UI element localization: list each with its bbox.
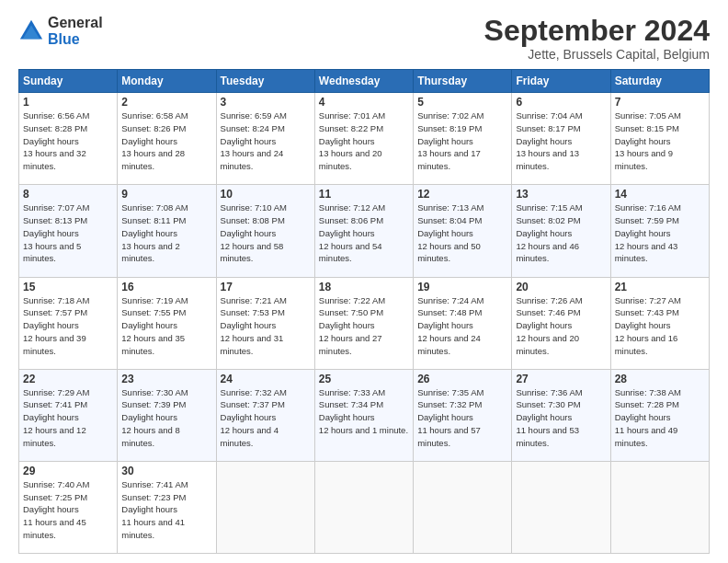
day-number: 6 bbox=[516, 96, 606, 109]
day-info: Sunrise: 7:32 AM Sunset: 7:37 PM Dayligh… bbox=[221, 386, 311, 450]
daylight-duration: 13 hours and 2 minutes. bbox=[121, 241, 179, 264]
sunset-label: Sunset: 7:53 PM bbox=[221, 307, 285, 317]
day-number: 3 bbox=[221, 96, 311, 109]
daylight-label: Daylight hours bbox=[121, 136, 177, 146]
calendar-cell: 24 Sunrise: 7:32 AM Sunset: 7:37 PM Dayl… bbox=[216, 369, 314, 461]
sunset-label: Sunset: 7:32 PM bbox=[417, 399, 482, 409]
day-info: Sunrise: 7:05 AM Sunset: 8:15 PM Dayligh… bbox=[615, 109, 705, 173]
sunrise-label: Sunrise: 7:40 AM bbox=[23, 479, 89, 489]
calendar-body: 1 Sunrise: 6:56 AM Sunset: 8:28 PM Dayli… bbox=[19, 93, 710, 554]
day-info: Sunrise: 7:18 AM Sunset: 7:57 PM Dayligh… bbox=[23, 294, 113, 358]
calendar-cell: 21 Sunrise: 7:27 AM Sunset: 7:43 PM Dayl… bbox=[610, 277, 709, 369]
day-info: Sunrise: 7:29 AM Sunset: 7:41 PM Dayligh… bbox=[23, 386, 113, 450]
day-number: 21 bbox=[615, 281, 705, 293]
day-info: Sunrise: 7:33 AM Sunset: 7:34 PM Dayligh… bbox=[319, 386, 409, 437]
daylight-duration: 12 hours and 39 minutes. bbox=[23, 333, 86, 356]
daylight-label: Daylight hours bbox=[615, 228, 671, 238]
page-header: General Blue September 2024 Jette, Bruss… bbox=[18, 15, 710, 62]
day-info: Sunrise: 7:08 AM Sunset: 8:11 PM Dayligh… bbox=[121, 201, 211, 265]
sunrise-label: Sunrise: 7:29 AM bbox=[23, 387, 89, 397]
daylight-label: Daylight hours bbox=[319, 412, 375, 422]
sunrise-label: Sunrise: 7:10 AM bbox=[221, 202, 287, 213]
day-info: Sunrise: 6:56 AM Sunset: 8:28 PM Dayligh… bbox=[23, 109, 113, 173]
calendar-cell: 3 Sunrise: 6:59 AM Sunset: 8:24 PM Dayli… bbox=[216, 93, 314, 185]
calendar-cell: 23 Sunrise: 7:30 AM Sunset: 7:39 PM Dayl… bbox=[118, 369, 216, 461]
daylight-duration: 12 hours and 27 minutes. bbox=[319, 333, 382, 356]
header-cell-monday: Monday bbox=[118, 70, 216, 93]
sunrise-label: Sunrise: 7:01 AM bbox=[319, 110, 385, 121]
calendar-cell: 1 Sunrise: 6:56 AM Sunset: 8:28 PM Dayli… bbox=[19, 93, 118, 185]
daylight-duration: 13 hours and 20 minutes. bbox=[319, 148, 382, 171]
sunset-label: Sunset: 8:15 PM bbox=[615, 123, 679, 133]
daylight-duration: 12 hours and 1 minute. bbox=[319, 425, 408, 435]
calendar-cell: 8 Sunrise: 7:07 AM Sunset: 8:13 PM Dayli… bbox=[19, 185, 118, 277]
sunset-label: Sunset: 7:59 PM bbox=[615, 215, 679, 225]
day-number: 7 bbox=[615, 96, 705, 109]
sunrise-label: Sunrise: 7:05 AM bbox=[615, 110, 681, 121]
header-cell-friday: Friday bbox=[512, 70, 610, 93]
day-number: 10 bbox=[221, 188, 311, 201]
calendar-cell: 10 Sunrise: 7:10 AM Sunset: 8:08 PM Dayl… bbox=[216, 185, 314, 277]
daylight-duration: 13 hours and 32 minutes. bbox=[23, 148, 86, 171]
daylight-label: Daylight hours bbox=[417, 412, 473, 422]
calendar-cell: 16 Sunrise: 7:19 AM Sunset: 7:55 PM Dayl… bbox=[118, 277, 216, 369]
daylight-label: Daylight hours bbox=[23, 136, 79, 146]
sunrise-label: Sunrise: 7:08 AM bbox=[121, 202, 188, 213]
day-info: Sunrise: 7:35 AM Sunset: 7:32 PM Dayligh… bbox=[417, 386, 507, 450]
sunset-label: Sunset: 7:57 PM bbox=[23, 307, 87, 317]
daylight-label: Daylight hours bbox=[615, 136, 671, 146]
sunrise-label: Sunrise: 6:59 AM bbox=[221, 110, 287, 121]
calendar-cell: 29 Sunrise: 7:40 AM Sunset: 7:25 PM Dayl… bbox=[19, 461, 118, 553]
sunrise-label: Sunrise: 7:36 AM bbox=[516, 387, 582, 397]
sunset-label: Sunset: 7:28 PM bbox=[615, 399, 679, 409]
daylight-label: Daylight hours bbox=[417, 320, 473, 330]
daylight-label: Daylight hours bbox=[23, 412, 79, 422]
day-number: 8 bbox=[23, 188, 113, 201]
daylight-label: Daylight hours bbox=[516, 412, 572, 422]
day-info: Sunrise: 7:15 AM Sunset: 8:02 PM Dayligh… bbox=[516, 201, 606, 265]
daylight-label: Daylight hours bbox=[615, 320, 671, 330]
calendar-table: SundayMondayTuesdayWednesdayThursdayFrid… bbox=[18, 69, 710, 554]
day-number: 1 bbox=[23, 96, 113, 109]
daylight-duration: 13 hours and 9 minutes. bbox=[615, 148, 673, 171]
day-info: Sunrise: 7:24 AM Sunset: 7:48 PM Dayligh… bbox=[417, 294, 507, 358]
header-cell-saturday: Saturday bbox=[610, 70, 709, 93]
daylight-label: Daylight hours bbox=[121, 412, 177, 422]
sunset-label: Sunset: 7:25 PM bbox=[23, 492, 87, 502]
calendar-cell: 6 Sunrise: 7:04 AM Sunset: 8:17 PM Dayli… bbox=[512, 93, 610, 185]
sunrise-label: Sunrise: 7:21 AM bbox=[221, 295, 287, 305]
day-info: Sunrise: 7:21 AM Sunset: 7:53 PM Dayligh… bbox=[221, 294, 311, 358]
sunrise-label: Sunrise: 7:24 AM bbox=[417, 295, 483, 305]
calendar-cell: 27 Sunrise: 7:36 AM Sunset: 7:30 PM Dayl… bbox=[512, 369, 610, 461]
calendar-cell: 13 Sunrise: 7:15 AM Sunset: 8:02 PM Dayl… bbox=[512, 185, 610, 277]
calendar-cell: 25 Sunrise: 7:33 AM Sunset: 7:34 PM Dayl… bbox=[314, 369, 413, 461]
day-info: Sunrise: 7:19 AM Sunset: 7:55 PM Dayligh… bbox=[121, 294, 211, 358]
sunset-label: Sunset: 8:17 PM bbox=[516, 123, 580, 133]
daylight-label: Daylight hours bbox=[516, 320, 572, 330]
sunrise-label: Sunrise: 7:12 AM bbox=[319, 202, 385, 213]
day-info: Sunrise: 6:59 AM Sunset: 8:24 PM Dayligh… bbox=[221, 109, 311, 173]
day-info: Sunrise: 7:16 AM Sunset: 7:59 PM Dayligh… bbox=[615, 201, 705, 265]
daylight-label: Daylight hours bbox=[516, 136, 572, 146]
daylight-duration: 13 hours and 13 minutes. bbox=[516, 148, 579, 171]
calendar-week-2: 8 Sunrise: 7:07 AM Sunset: 8:13 PM Dayli… bbox=[19, 185, 710, 277]
daylight-label: Daylight hours bbox=[221, 228, 277, 238]
daylight-duration: 12 hours and 54 minutes. bbox=[319, 241, 382, 264]
calendar-cell: 22 Sunrise: 7:29 AM Sunset: 7:41 PM Dayl… bbox=[19, 369, 118, 461]
sunrise-label: Sunrise: 7:41 AM bbox=[121, 479, 188, 489]
day-number: 5 bbox=[417, 96, 507, 109]
day-info: Sunrise: 7:36 AM Sunset: 7:30 PM Dayligh… bbox=[516, 386, 606, 450]
day-info: Sunrise: 7:30 AM Sunset: 7:39 PM Dayligh… bbox=[121, 386, 211, 450]
daylight-label: Daylight hours bbox=[121, 504, 177, 514]
calendar-cell: 26 Sunrise: 7:35 AM Sunset: 7:32 PM Dayl… bbox=[414, 369, 512, 461]
day-info: Sunrise: 7:26 AM Sunset: 7:46 PM Dayligh… bbox=[516, 294, 606, 358]
day-number: 14 bbox=[615, 188, 705, 201]
daylight-label: Daylight hours bbox=[417, 228, 473, 238]
calendar-cell bbox=[610, 461, 709, 553]
daylight-label: Daylight hours bbox=[121, 320, 177, 330]
daylight-duration: 12 hours and 4 minutes. bbox=[221, 425, 279, 448]
calendar-cell: 17 Sunrise: 7:21 AM Sunset: 7:53 PM Dayl… bbox=[216, 277, 314, 369]
sunset-label: Sunset: 7:30 PM bbox=[516, 399, 580, 409]
daylight-label: Daylight hours bbox=[221, 320, 277, 330]
day-info: Sunrise: 7:40 AM Sunset: 7:25 PM Dayligh… bbox=[23, 478, 113, 542]
